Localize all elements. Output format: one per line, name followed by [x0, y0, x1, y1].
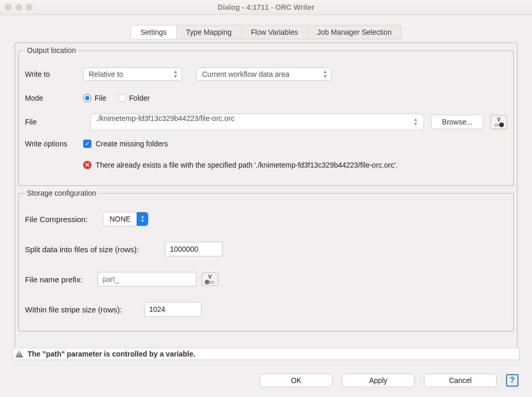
file-label: File [25, 118, 83, 126]
create-missing-label: Create missing folders [96, 140, 168, 148]
radio-checked-icon [83, 94, 91, 102]
variable-v-icon: V [208, 275, 212, 280]
close-window-icon[interactable] [5, 4, 11, 10]
settings-panel: Output location Write to Relative to ▲▼ … [15, 43, 517, 356]
file-path-value: ./knimetemp-fd3f13c329b44223/file-orc.or… [96, 114, 234, 122]
file-path-combo[interactable]: ./knimetemp-fd3f13c329b44223/file-orc.or… [90, 114, 424, 130]
status-bar: The "path" parameter is controlled by a … [12, 348, 520, 360]
stepper-icon: ▲▼ [323, 70, 328, 79]
prefix-label: File name prefix: [25, 275, 98, 284]
ok-button[interactable]: OK [260, 374, 332, 387]
write-to-label: Write to [25, 70, 83, 78]
apply-button[interactable]: Apply [342, 374, 415, 387]
browse-button[interactable]: Browse... [431, 115, 483, 129]
tab-job-manager[interactable]: Job Manager Selection [308, 25, 401, 39]
tab-bar: Settings Type Mapping Flow Variables Job… [0, 15, 532, 43]
titlebar: Dialog - 4:1711 - ORC Writer [0, 0, 532, 15]
file-variable-toggle[interactable]: V [490, 115, 507, 129]
status-message: The "path" parameter is controlled by a … [28, 350, 195, 358]
stripe-size-input[interactable] [144, 302, 202, 317]
minimize-window-icon[interactable] [16, 4, 22, 10]
write-to-area-value: Current workflow data area [202, 70, 289, 78]
file-exists-error: ✕ There already exists a file with the s… [83, 161, 397, 169]
error-icon: ✕ [83, 161, 91, 169]
output-location-legend: Output location [25, 46, 78, 54]
mode-file-radio[interactable]: File [83, 94, 107, 102]
toggle-on-icon [494, 124, 503, 127]
tab-settings[interactable]: Settings [131, 25, 177, 39]
prefix-variable-toggle[interactable]: V [202, 272, 218, 286]
stepper-icon: ▲▼ [173, 70, 178, 79]
split-size-label: Split data into files of size (rows): [25, 245, 165, 254]
storage-legend: Storage configuration [25, 189, 98, 197]
help-button[interactable]: ? [506, 374, 518, 387]
window-title: Dialog - 4:1711 - ORC Writer [0, 3, 532, 11]
write-to-area-select[interactable]: Current workflow data area ▲▼ [196, 67, 331, 81]
compression-value: NONE [103, 215, 137, 223]
error-message-text: There already exists a file with the spe… [96, 161, 397, 169]
compression-label: File Compression: [25, 215, 103, 224]
stripe-size-label: Within file stripe size (rows): [25, 305, 144, 314]
radio-unchecked-icon [118, 94, 126, 102]
mode-folder-radio[interactable]: Folder [118, 94, 150, 102]
create-missing-folders-checkbox[interactable]: ✓ Create missing folders [83, 140, 168, 148]
write-to-scope-select[interactable]: Relative to ▲▼ [83, 67, 182, 81]
prefix-input[interactable] [98, 272, 196, 286]
stepper-icon: ▲▼ [413, 117, 418, 127]
write-to-scope-value: Relative to [89, 70, 123, 78]
compression-select[interactable]: NONE ▲▼ [103, 212, 149, 226]
storage-configuration-group: Storage configuration File Compression: … [18, 189, 514, 332]
write-options-label: Write options [25, 140, 83, 148]
cancel-button[interactable]: Cancel [424, 374, 497, 387]
window-controls [5, 4, 32, 10]
dialog-buttons: OK Apply Cancel ? [260, 374, 518, 387]
zoom-window-icon[interactable] [26, 4, 32, 10]
tab-type-mapping[interactable]: Type Mapping [177, 25, 242, 39]
checkbox-checked-icon: ✓ [83, 140, 91, 148]
variable-v-icon: V [497, 117, 501, 122]
output-location-group: Output location Write to Relative to ▲▼ … [18, 46, 514, 186]
toggle-off-icon [205, 281, 215, 284]
warning-icon [15, 350, 23, 358]
select-stepper-icon: ▲▼ [137, 212, 148, 226]
tab-flow-variables[interactable]: Flow Variables [242, 25, 308, 39]
mode-folder-label: Folder [129, 94, 150, 102]
mode-file-label: File [95, 94, 107, 102]
split-size-input[interactable] [165, 242, 222, 256]
mode-label: Mode [25, 94, 83, 102]
